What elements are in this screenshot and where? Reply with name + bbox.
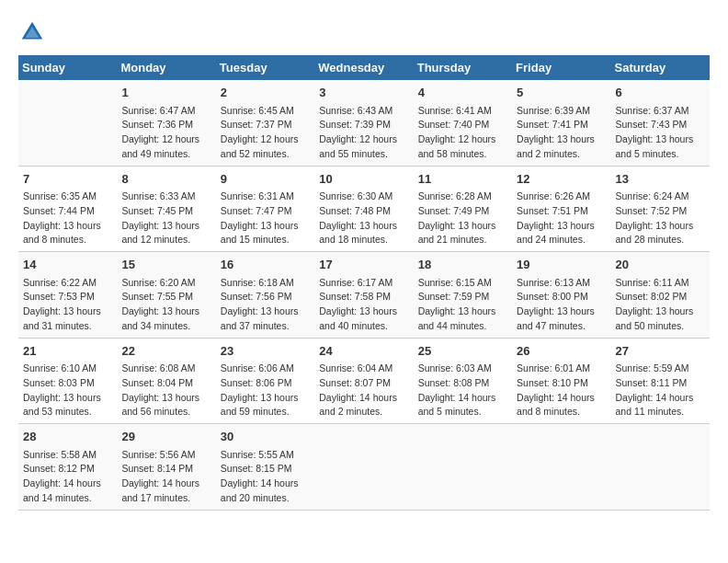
calendar-cell: 15Sunrise: 6:20 AM Sunset: 7:55 PM Dayli… [117, 252, 215, 339]
week-row-4: 21Sunrise: 6:10 AM Sunset: 8:03 PM Dayli… [18, 338, 710, 424]
day-info: Sunrise: 5:58 AM Sunset: 8:12 PM Dayligh… [23, 448, 112, 506]
day-info: Sunrise: 6:18 AM Sunset: 7:56 PM Dayligh… [221, 276, 310, 334]
calendar-cell: 13Sunrise: 6:24 AM Sunset: 7:52 PM Dayli… [611, 166, 710, 252]
day-info: Sunrise: 6:15 AM Sunset: 7:59 PM Dayligh… [418, 276, 507, 334]
calendar-cell: 7Sunrise: 6:35 AM Sunset: 7:44 PM Daylig… [18, 166, 117, 252]
day-info: Sunrise: 6:45 AM Sunset: 7:37 PM Dayligh… [221, 104, 310, 162]
calendar-cell: 8Sunrise: 6:33 AM Sunset: 7:45 PM Daylig… [117, 166, 215, 252]
day-info: Sunrise: 6:31 AM Sunset: 7:47 PM Dayligh… [221, 190, 310, 247]
calendar-cell: 30Sunrise: 5:55 AM Sunset: 8:15 PM Dayli… [216, 424, 314, 511]
day-number: 8 [121, 170, 210, 189]
day-number: 30 [221, 428, 310, 446]
day-info: Sunrise: 6:03 AM Sunset: 8:08 PM Dayligh… [418, 362, 507, 419]
calendar-cell: 2Sunrise: 6:45 AM Sunset: 7:37 PM Daylig… [216, 80, 314, 166]
calendar-cell: 21Sunrise: 6:10 AM Sunset: 8:03 PM Dayli… [18, 338, 117, 424]
calendar-cell [611, 424, 710, 511]
calendar-cell [314, 424, 413, 511]
calendar-cell: 19Sunrise: 6:13 AM Sunset: 8:00 PM Dayli… [512, 252, 610, 339]
calendar-cell: 10Sunrise: 6:30 AM Sunset: 7:48 PM Dayli… [314, 166, 413, 252]
day-info: Sunrise: 6:04 AM Sunset: 8:07 PM Dayligh… [319, 362, 408, 419]
day-info: Sunrise: 6:08 AM Sunset: 8:04 PM Dayligh… [121, 362, 210, 419]
calendar-cell: 27Sunrise: 5:59 AM Sunset: 8:11 PM Dayli… [611, 338, 710, 424]
week-row-2: 7Sunrise: 6:35 AM Sunset: 7:44 PM Daylig… [18, 166, 710, 252]
day-number: 7 [23, 170, 112, 189]
day-number: 14 [23, 256, 112, 274]
day-number: 25 [418, 342, 507, 361]
calendar-cell: 6Sunrise: 6:37 AM Sunset: 7:43 PM Daylig… [611, 80, 710, 166]
calendar-cell: 22Sunrise: 6:08 AM Sunset: 8:04 PM Dayli… [117, 338, 215, 424]
day-number: 19 [517, 256, 606, 274]
weekday-header-sunday: Sunday [18, 55, 117, 80]
day-number: 11 [418, 170, 507, 189]
day-info: Sunrise: 5:56 AM Sunset: 8:14 PM Dayligh… [121, 448, 210, 506]
day-info: Sunrise: 6:11 AM Sunset: 8:02 PM Dayligh… [616, 276, 705, 334]
calendar-cell: 24Sunrise: 6:04 AM Sunset: 8:07 PM Dayli… [314, 338, 413, 424]
calendar-cell: 5Sunrise: 6:39 AM Sunset: 7:41 PM Daylig… [512, 80, 610, 166]
calendar-table: SundayMondayTuesdayWednesdayThursdayFrid… [18, 55, 710, 511]
day-number: 20 [616, 256, 705, 274]
day-info: Sunrise: 6:41 AM Sunset: 7:40 PM Dayligh… [418, 104, 507, 162]
day-info: Sunrise: 6:24 AM Sunset: 7:52 PM Dayligh… [616, 190, 705, 247]
day-info: Sunrise: 6:43 AM Sunset: 7:39 PM Dayligh… [319, 104, 408, 162]
calendar-cell: 1Sunrise: 6:47 AM Sunset: 7:36 PM Daylig… [117, 80, 215, 166]
logo [18, 18, 50, 46]
day-number: 24 [319, 342, 408, 361]
day-number: 5 [517, 84, 606, 102]
calendar-cell: 3Sunrise: 6:43 AM Sunset: 7:39 PM Daylig… [314, 80, 413, 166]
day-number: 22 [121, 342, 210, 361]
weekday-header-row: SundayMondayTuesdayWednesdayThursdayFrid… [18, 55, 710, 80]
calendar-cell: 12Sunrise: 6:26 AM Sunset: 7:51 PM Dayli… [512, 166, 610, 252]
calendar-cell: 25Sunrise: 6:03 AM Sunset: 8:08 PM Dayli… [414, 338, 512, 424]
day-number: 16 [221, 256, 310, 274]
calendar-cell: 9Sunrise: 6:31 AM Sunset: 7:47 PM Daylig… [216, 166, 314, 252]
calendar-cell: 23Sunrise: 6:06 AM Sunset: 8:06 PM Dayli… [216, 338, 314, 424]
day-number: 17 [319, 256, 408, 274]
calendar-cell: 26Sunrise: 6:01 AM Sunset: 8:10 PM Dayli… [512, 338, 610, 424]
day-info: Sunrise: 6:30 AM Sunset: 7:48 PM Dayligh… [319, 190, 408, 247]
calendar-cell [512, 424, 610, 511]
calendar-cell: 20Sunrise: 6:11 AM Sunset: 8:02 PM Dayli… [611, 252, 710, 339]
calendar-cell [18, 80, 117, 166]
calendar-cell: 17Sunrise: 6:17 AM Sunset: 7:58 PM Dayli… [314, 252, 413, 339]
day-number: 3 [319, 84, 408, 102]
day-info: Sunrise: 6:37 AM Sunset: 7:43 PM Dayligh… [616, 104, 705, 162]
day-number: 15 [121, 256, 210, 274]
day-info: Sunrise: 6:22 AM Sunset: 7:53 PM Dayligh… [23, 276, 112, 334]
day-info: Sunrise: 6:17 AM Sunset: 7:58 PM Dayligh… [319, 276, 408, 334]
day-number: 9 [221, 170, 310, 189]
week-row-3: 14Sunrise: 6:22 AM Sunset: 7:53 PM Dayli… [18, 252, 710, 339]
day-number: 23 [221, 342, 310, 361]
day-info: Sunrise: 6:20 AM Sunset: 7:55 PM Dayligh… [121, 276, 210, 334]
day-info: Sunrise: 6:39 AM Sunset: 7:41 PM Dayligh… [517, 104, 606, 162]
calendar-cell: 14Sunrise: 6:22 AM Sunset: 7:53 PM Dayli… [18, 252, 117, 339]
day-info: Sunrise: 5:59 AM Sunset: 8:11 PM Dayligh… [616, 362, 705, 419]
day-number: 4 [418, 84, 507, 102]
day-number: 27 [616, 342, 705, 361]
day-number: 26 [517, 342, 606, 361]
weekday-header-wednesday: Wednesday [314, 55, 413, 80]
day-number: 6 [616, 84, 705, 102]
day-info: Sunrise: 6:28 AM Sunset: 7:49 PM Dayligh… [418, 190, 507, 247]
week-row-1: 1Sunrise: 6:47 AM Sunset: 7:36 PM Daylig… [18, 80, 710, 166]
day-info: Sunrise: 6:35 AM Sunset: 7:44 PM Dayligh… [23, 190, 112, 247]
day-info: Sunrise: 6:01 AM Sunset: 8:10 PM Dayligh… [517, 362, 606, 419]
day-number: 10 [319, 170, 408, 189]
day-number: 18 [418, 256, 507, 274]
day-info: Sunrise: 6:13 AM Sunset: 8:00 PM Dayligh… [517, 276, 606, 334]
logo-icon [18, 18, 46, 46]
weekday-header-saturday: Saturday [611, 55, 710, 80]
day-info: Sunrise: 5:55 AM Sunset: 8:15 PM Dayligh… [221, 448, 310, 506]
day-number: 28 [23, 428, 112, 446]
day-number: 1 [121, 84, 210, 102]
header [18, 18, 710, 46]
day-info: Sunrise: 6:33 AM Sunset: 7:45 PM Dayligh… [121, 190, 210, 247]
calendar-cell: 29Sunrise: 5:56 AM Sunset: 8:14 PM Dayli… [117, 424, 215, 511]
day-number: 2 [221, 84, 310, 102]
calendar-cell: 11Sunrise: 6:28 AM Sunset: 7:49 PM Dayli… [414, 166, 512, 252]
calendar-cell: 16Sunrise: 6:18 AM Sunset: 7:56 PM Dayli… [216, 252, 314, 339]
day-info: Sunrise: 6:06 AM Sunset: 8:06 PM Dayligh… [221, 362, 310, 419]
day-number: 12 [517, 170, 606, 189]
calendar-cell: 18Sunrise: 6:15 AM Sunset: 7:59 PM Dayli… [414, 252, 512, 339]
day-number: 13 [616, 170, 705, 189]
weekday-header-thursday: Thursday [414, 55, 512, 80]
